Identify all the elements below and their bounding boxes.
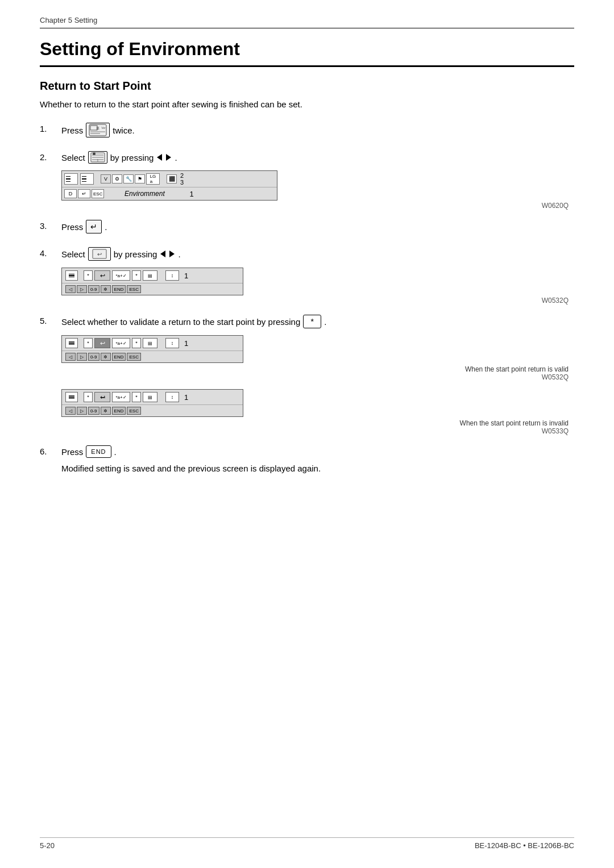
- step-6: 6. Press END . Modified setting is saved…: [40, 445, 574, 473]
- esc-icon: ESC: [92, 189, 104, 198]
- svg-text:菜: 菜: [96, 127, 99, 130]
- pv-star2: *: [132, 338, 141, 348]
- step-1-content: Press 菜 Ver twice.: [61, 123, 574, 141]
- step-3-period: .: [105, 222, 107, 232]
- step-1: 1. Press 菜 Ver tw: [40, 123, 574, 141]
- back-icon: D: [64, 189, 77, 198]
- step-5-num: 5.: [40, 315, 61, 326]
- step-4-inline: Select ↩ by pressing .: [61, 247, 574, 261]
- menu-select-icon: ⬛ 1: [88, 151, 107, 164]
- page-footer: 5-20 BE-1204B-BC • BE-1206B-BC: [40, 837, 574, 850]
- pvk-esc: ESC: [127, 353, 140, 361]
- step-1-twice: twice.: [113, 126, 134, 135]
- pv-lcd: ▤: [143, 338, 157, 348]
- pc-star2: *: [132, 270, 141, 281]
- pik-end: END: [112, 407, 126, 415]
- steps-list: 1. Press 菜 Ver tw: [40, 123, 574, 473]
- pv-arrows: ↕: [165, 338, 179, 348]
- panel3-code: W0532Q: [61, 373, 574, 381]
- panel-w0533q-invalid: * ↩̶ *a+✓ * ▤ ↕ 1 ◁ ▷ 0-9 ✲ END: [61, 389, 243, 417]
- qr-icon: ⬛: [167, 174, 177, 183]
- panel-w0532q-valid: * ↩ *a+✓ * ▤ ↕ 1 ◁ ▷ 0-9 ✲ END: [61, 335, 243, 363]
- step-4-num: 4.: [40, 247, 61, 258]
- step-5-text: Select whether to validate a return to t…: [61, 317, 300, 327]
- dots-icon-1: [64, 173, 78, 185]
- panel3-label: When the start point return is valid: [61, 365, 574, 373]
- panel-row-1: V ⚙ 🔧 ⚑ LGa ⬛ 23: [62, 171, 277, 187]
- pk-tri-l: ◁: [65, 285, 76, 293]
- return-start-icon: ↩: [88, 247, 111, 261]
- pik-esc: ESC: [127, 407, 140, 415]
- pk-tri-r: ▷: [77, 285, 87, 293]
- pik-tri-r: ▷: [77, 407, 87, 415]
- pi-return-slash: ↩̶: [94, 392, 110, 402]
- step-6-note: Modified setting is saved and the previo…: [61, 464, 574, 473]
- pv-1: 1: [184, 339, 188, 348]
- footer-left: 5-20: [40, 841, 55, 850]
- footer-right: BE-1204B-BC • BE-1206B-BC: [475, 841, 574, 850]
- step-5-inline: Select whether to validate a return to t…: [61, 315, 574, 328]
- pv-star: *: [84, 338, 93, 348]
- chart-icon: LGa: [146, 173, 160, 185]
- pvk-0-9: 0-9: [88, 353, 99, 361]
- section-title: Return to Start Point: [40, 80, 574, 93]
- step-2: 2. Select ⬛ 1 by: [40, 151, 574, 210]
- step-4-content: Select ↩ by pressing .: [61, 247, 574, 304]
- environment-panel: V ⚙ 🔧 ⚑ LGa ⬛ 23 D ↵ ESC Enviromment: [61, 170, 277, 201]
- flag-icon: ⚑: [135, 174, 145, 183]
- panel4-code: W0533Q: [61, 427, 574, 435]
- arrow-left-icon: [157, 154, 162, 161]
- panel-w-row2: ◁ ▷ 0-9 ✲ END ESC: [62, 283, 243, 295]
- pvk-tri-l: ◁: [65, 353, 76, 361]
- pi-star: *: [84, 392, 93, 402]
- step-6-press: Press: [61, 447, 83, 457]
- pv-return-hi: ↩: [94, 338, 110, 348]
- pik-star: ✲: [101, 407, 111, 415]
- pi-star2: *: [132, 392, 141, 402]
- step-3-num: 3.: [40, 220, 61, 231]
- end-key-icon: END: [86, 445, 111, 458]
- panel2-code: W0532Q: [61, 297, 574, 304]
- pi-lcd: ▤: [143, 392, 157, 402]
- svg-text:↩: ↩: [97, 251, 102, 257]
- step-4-period: .: [178, 249, 180, 259]
- svg-text:Ver: Ver: [102, 126, 106, 130]
- chapter-header: Chapter 5 Setting: [40, 16, 574, 24]
- svg-text:⬛: ⬛: [93, 152, 96, 155]
- pc-dots1: [65, 270, 78, 281]
- step-2-num: 2.: [40, 151, 61, 162]
- panel-w-row1: * ↩ *a+✓ * ▤ ↕ 1: [62, 268, 243, 283]
- step-4-by-pressing: by pressing: [114, 249, 157, 259]
- page-container: Chapter 5 Setting Setting of Environment…: [0, 0, 614, 868]
- step-6-num: 6.: [40, 445, 61, 456]
- panel-i-row2: ◁ ▷ 0-9 ✲ END ESC: [62, 405, 243, 416]
- step-4: 4. Select ↩ by pressing .: [40, 247, 574, 304]
- step-2-inline: Select ⬛ 1 by pressing: [61, 151, 574, 164]
- panel-nums: 23: [180, 172, 184, 186]
- arrow-left-icon-4: [160, 251, 165, 257]
- gear-icon-2: ⚙: [112, 174, 122, 183]
- panel-v-row2: ◁ ▷ 0-9 ✲ END ESC: [62, 351, 243, 362]
- pvk-star: ✲: [101, 353, 111, 361]
- pi-1: 1: [184, 393, 188, 402]
- pi-arrows: ↕: [165, 392, 179, 402]
- step-3-press: Press: [61, 222, 83, 232]
- screen-mode-icon: 菜 Ver: [86, 123, 110, 137]
- step-5-content: Select whether to validate a return to t…: [61, 315, 574, 435]
- dots-icon-2: [80, 173, 94, 185]
- intro-text: Whether to return to the start point aft…: [40, 99, 574, 109]
- pk-esc: ESC: [127, 285, 140, 293]
- pc-arrows: ↕: [165, 270, 179, 281]
- step-6-content: Press END . Modified setting is saved an…: [61, 445, 574, 473]
- pik-0-9: 0-9: [88, 407, 99, 415]
- step-3: 3. Press ↵ .: [40, 220, 574, 237]
- step-3-content: Press ↵ .: [61, 220, 574, 237]
- pvk-tri-r: ▷: [77, 353, 87, 361]
- arrow-right-icon: [166, 154, 171, 161]
- step-2-by-pressing: by pressing: [110, 153, 154, 162]
- panel4-label: When the start point return is invalid: [61, 419, 574, 427]
- pi-dots: [65, 392, 78, 402]
- step-1-press: Press: [61, 126, 83, 135]
- pc-1: 1: [184, 272, 188, 280]
- step-1-num: 1.: [40, 123, 61, 133]
